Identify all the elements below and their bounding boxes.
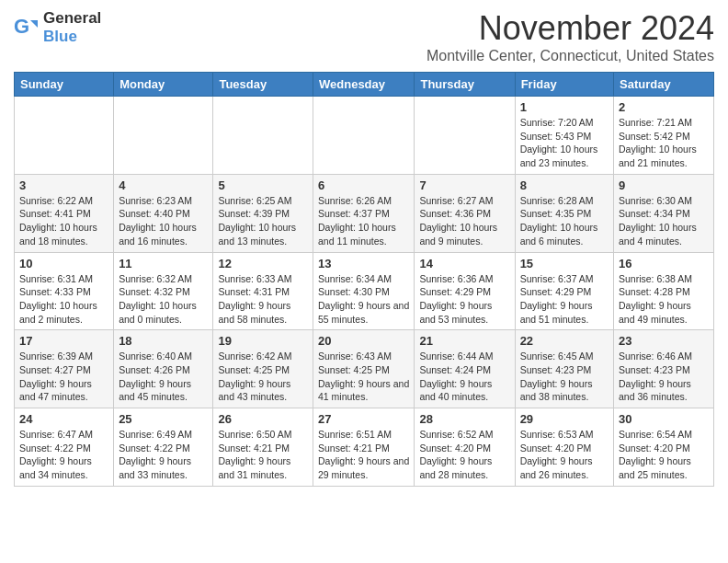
day-info: Sunrise: 6:33 AM Sunset: 4:31 PM Dayligh… [218,272,308,327]
calendar-cell: 26Sunrise: 6:50 AM Sunset: 4:21 PM Dayli… [213,408,313,487]
day-info: Sunrise: 6:40 AM Sunset: 4:26 PM Dayligh… [119,350,208,404]
day-number: 9 [619,178,709,192]
day-number: 25 [119,412,208,426]
calendar-cell: 3Sunrise: 6:22 AM Sunset: 4:41 PM Daylig… [15,174,114,252]
day-info: Sunrise: 6:49 AM Sunset: 4:22 PM Dayligh… [119,428,208,482]
day-number: 5 [218,178,308,192]
calendar-cell: 25Sunrise: 6:49 AM Sunset: 4:22 PM Dayli… [114,408,213,487]
calendar-cell: 29Sunrise: 6:53 AM Sunset: 4:20 PM Dayli… [515,408,613,487]
header-row: SundayMondayTuesdayWednesdayThursdayFrid… [15,73,714,97]
day-number: 21 [419,334,509,348]
day-info: Sunrise: 6:38 AM Sunset: 4:28 PM Dayligh… [619,272,709,327]
day-number: 7 [419,178,509,192]
logo-general: General [43,9,101,27]
day-number: 30 [619,412,709,426]
day-number: 2 [619,100,709,114]
calendar-cell: 7Sunrise: 6:27 AM Sunset: 4:36 PM Daylig… [415,174,515,252]
calendar-cell: 12Sunrise: 6:33 AM Sunset: 4:31 PM Dayli… [213,252,313,330]
day-info: Sunrise: 6:54 AM Sunset: 4:20 PM Dayligh… [619,428,709,482]
calendar-cell [15,97,114,175]
day-info: Sunrise: 6:39 AM Sunset: 4:27 PM Dayligh… [19,350,108,404]
calendar-cell: 1Sunrise: 7:20 AM Sunset: 5:43 PM Daylig… [515,97,613,175]
day-number: 22 [520,334,609,348]
day-info: Sunrise: 6:37 AM Sunset: 4:29 PM Dayligh… [520,272,609,327]
day-info: Sunrise: 6:31 AM Sunset: 4:33 PM Dayligh… [19,272,108,327]
day-number: 10 [19,257,108,270]
calendar-cell: 9Sunrise: 6:30 AM Sunset: 4:34 PM Daylig… [614,174,714,252]
day-header-thursday: Thursday [415,73,515,97]
calendar-cell [213,97,313,175]
month-title: November 2024 [427,9,714,48]
day-number: 1 [520,100,609,114]
calendar-cell: 21Sunrise: 6:44 AM Sunset: 4:24 PM Dayli… [415,330,515,408]
day-info: Sunrise: 6:47 AM Sunset: 4:22 PM Dayligh… [19,428,108,482]
day-info: Sunrise: 6:42 AM Sunset: 4:25 PM Dayligh… [218,350,308,404]
day-number: 6 [318,178,409,192]
day-header-saturday: Saturday [614,73,714,97]
day-number: 20 [318,334,409,348]
day-info: Sunrise: 6:53 AM Sunset: 4:20 PM Dayligh… [520,428,609,482]
day-info: Sunrise: 6:50 AM Sunset: 4:21 PM Dayligh… [218,428,308,482]
title-area: November 2024 Montville Center, Connecti… [427,9,714,64]
calendar-cell: 23Sunrise: 6:46 AM Sunset: 4:23 PM Dayli… [614,330,714,408]
calendar-cell: 8Sunrise: 6:28 AM Sunset: 4:35 PM Daylig… [515,174,613,252]
day-info: Sunrise: 6:23 AM Sunset: 4:40 PM Dayligh… [119,194,208,248]
day-number: 16 [619,257,709,270]
calendar-cell: 20Sunrise: 6:43 AM Sunset: 4:25 PM Dayli… [313,330,415,408]
logo-blue: Blue [43,28,77,45]
calendar-cell: 4Sunrise: 6:23 AM Sunset: 4:40 PM Daylig… [114,174,213,252]
day-number: 17 [19,334,108,348]
day-number: 18 [119,334,208,348]
calendar-table: SundayMondayTuesdayWednesdayThursdayFrid… [14,72,714,487]
logo: G General Blue [14,9,101,46]
day-header-sunday: Sunday [15,73,114,97]
day-info: Sunrise: 6:22 AM Sunset: 4:41 PM Dayligh… [19,194,108,248]
week-row-4: 17Sunrise: 6:39 AM Sunset: 4:27 PM Dayli… [15,330,714,408]
calendar-cell: 24Sunrise: 6:47 AM Sunset: 4:22 PM Dayli… [15,408,114,487]
calendar-cell: 14Sunrise: 6:36 AM Sunset: 4:29 PM Dayli… [415,252,515,330]
calendar-cell: 13Sunrise: 6:34 AM Sunset: 4:30 PM Dayli… [313,252,415,330]
calendar-cell: 15Sunrise: 6:37 AM Sunset: 4:29 PM Dayli… [515,252,613,330]
logo-icon: G [14,15,40,40]
header: G General Blue November 2024 Montville C… [14,9,714,64]
day-header-tuesday: Tuesday [213,73,313,97]
day-info: Sunrise: 7:20 AM Sunset: 5:43 PM Dayligh… [520,116,609,170]
day-info: Sunrise: 6:43 AM Sunset: 4:25 PM Dayligh… [318,350,409,404]
day-number: 28 [419,412,509,426]
day-info: Sunrise: 6:28 AM Sunset: 4:35 PM Dayligh… [520,194,609,248]
calendar-cell: 30Sunrise: 6:54 AM Sunset: 4:20 PM Dayli… [614,408,714,487]
calendar-cell [415,97,515,175]
day-number: 8 [520,178,609,192]
location-title: Montville Center, Connecticut, United St… [427,48,714,64]
day-info: Sunrise: 6:44 AM Sunset: 4:24 PM Dayligh… [419,350,509,404]
calendar-cell: 11Sunrise: 6:32 AM Sunset: 4:32 PM Dayli… [114,252,213,330]
day-info: Sunrise: 6:26 AM Sunset: 4:37 PM Dayligh… [318,194,409,248]
calendar-cell: 28Sunrise: 6:52 AM Sunset: 4:20 PM Dayli… [415,408,515,487]
day-info: Sunrise: 6:52 AM Sunset: 4:20 PM Dayligh… [419,428,509,482]
calendar-cell: 2Sunrise: 7:21 AM Sunset: 5:42 PM Daylig… [614,97,714,175]
day-number: 24 [19,412,108,426]
calendar-cell: 5Sunrise: 6:25 AM Sunset: 4:39 PM Daylig… [213,174,313,252]
day-number: 4 [119,178,208,192]
day-header-monday: Monday [114,73,213,97]
calendar-cell: 10Sunrise: 6:31 AM Sunset: 4:33 PM Dayli… [15,252,114,330]
calendar-cell: 17Sunrise: 6:39 AM Sunset: 4:27 PM Dayli… [15,330,114,408]
day-number: 13 [318,257,409,270]
svg-text:G: G [14,15,29,38]
day-info: Sunrise: 6:51 AM Sunset: 4:21 PM Dayligh… [318,428,409,482]
day-number: 29 [520,412,609,426]
calendar-cell [114,97,213,175]
day-number: 14 [419,257,509,270]
week-row-1: 1Sunrise: 7:20 AM Sunset: 5:43 PM Daylig… [15,97,714,175]
day-number: 12 [218,257,308,270]
calendar-cell [313,97,415,175]
calendar-cell: 22Sunrise: 6:45 AM Sunset: 4:23 PM Dayli… [515,330,613,408]
calendar-cell: 6Sunrise: 6:26 AM Sunset: 4:37 PM Daylig… [313,174,415,252]
day-info: Sunrise: 6:25 AM Sunset: 4:39 PM Dayligh… [218,194,308,248]
day-info: Sunrise: 6:32 AM Sunset: 4:32 PM Dayligh… [119,272,208,327]
day-info: Sunrise: 6:36 AM Sunset: 4:29 PM Dayligh… [419,272,509,327]
day-number: 11 [119,257,208,270]
day-info: Sunrise: 7:21 AM Sunset: 5:42 PM Dayligh… [619,116,709,170]
day-number: 26 [218,412,308,426]
week-row-2: 3Sunrise: 6:22 AM Sunset: 4:41 PM Daylig… [15,174,714,252]
